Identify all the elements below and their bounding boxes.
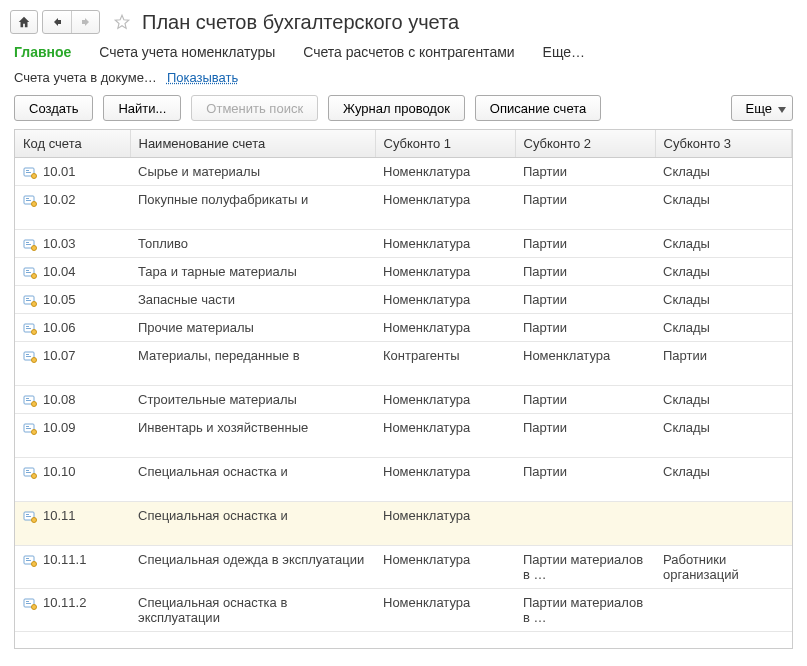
cell-sub2: Партии материалов в …: [523, 595, 643, 625]
account-icon: [23, 421, 37, 435]
table-row[interactable]: 10.06Прочие материалыНоменклатураПартииС…: [15, 314, 792, 342]
more-button-label: Еще: [746, 101, 772, 116]
chevron-down-icon: [778, 101, 786, 116]
create-button[interactable]: Создать: [14, 95, 93, 121]
col-sub3[interactable]: Субконто 3: [655, 130, 792, 158]
cell-sub1: Номенклатура: [383, 464, 470, 479]
cell-name: Строительные материалы: [138, 392, 297, 407]
table-row[interactable]: 10.10Специальная оснастка иНоменклатураП…: [15, 458, 792, 502]
table-row[interactable]: 10.01Сырье и материалыНоменклатураПартии…: [15, 158, 792, 186]
cell-sub3: Склады: [663, 292, 710, 307]
cell-sub1: Номенклатура: [383, 164, 470, 179]
cell-sub3: Партии: [663, 348, 707, 363]
svg-rect-2: [26, 172, 31, 173]
svg-rect-41: [26, 514, 29, 515]
svg-rect-38: [26, 472, 31, 473]
table-row[interactable]: 10.11.2Специальная оснастка в эксплуатац…: [15, 589, 792, 632]
cell-name: Запасные части: [138, 292, 235, 307]
tab-contractors[interactable]: Счета расчетов с контрагентами: [303, 44, 514, 60]
cell-name: Топливо: [138, 236, 188, 251]
cell-sub1: Номенклатура: [383, 320, 470, 335]
cell-code: 10.06: [43, 320, 76, 335]
table-row[interactable]: 10.03ТопливоНоменклатураПартииСклады: [15, 230, 792, 258]
svg-rect-1: [26, 170, 29, 171]
col-name[interactable]: Наименование счета: [130, 130, 375, 158]
svg-rect-14: [26, 272, 31, 273]
col-sub2[interactable]: Субконто 2: [515, 130, 655, 158]
back-button[interactable]: [43, 11, 71, 33]
cell-sub1: Номенклатура: [383, 595, 470, 610]
table-row[interactable]: 10.11Специальная оснастка иНоменклатура: [15, 502, 792, 546]
home-button[interactable]: [10, 10, 38, 34]
tab-nomenclature[interactable]: Счета учета номенклатуры: [99, 44, 275, 60]
cell-name: Тара и тарные материалы: [138, 264, 297, 279]
svg-point-35: [32, 430, 37, 435]
more-button[interactable]: Еще: [731, 95, 793, 121]
account-icon: [23, 165, 37, 179]
cell-name: Инвентарь и хозяйственные: [138, 420, 308, 435]
table-row[interactable]: 10.07Материалы, переданные вКонтрагентыН…: [15, 342, 792, 386]
cell-code: 10.08: [43, 392, 76, 407]
svg-rect-37: [26, 470, 29, 471]
svg-rect-13: [26, 270, 29, 271]
cell-sub2: Партии: [523, 164, 567, 179]
svg-rect-17: [26, 298, 29, 299]
account-icon: [23, 293, 37, 307]
arrow-right-icon: [80, 16, 92, 28]
toolbar: Создать Найти... Отменить поиск Журнал п…: [8, 95, 799, 129]
page-title: План счетов бухгалтерского учета: [142, 11, 459, 34]
svg-point-39: [32, 474, 37, 479]
tab-more[interactable]: Еще…: [543, 44, 586, 60]
cell-sub1: Контрагенты: [383, 348, 460, 363]
table-row[interactable]: 10.05Запасные частиНоменклатураПартииСкл…: [15, 286, 792, 314]
cell-name: Покупные полуфабрикаты и: [138, 192, 308, 207]
account-icon: [23, 237, 37, 251]
svg-rect-26: [26, 356, 31, 357]
svg-rect-21: [26, 326, 29, 327]
filter-label: Счета учета в докуме…: [14, 70, 157, 85]
forward-button[interactable]: [71, 11, 99, 33]
find-button[interactable]: Найти...: [103, 95, 181, 121]
svg-point-3: [32, 174, 37, 179]
cell-code: 10.07: [43, 348, 76, 363]
cell-sub1: Номенклатура: [383, 508, 470, 523]
cell-sub1: Номенклатура: [383, 392, 470, 407]
svg-rect-25: [26, 354, 29, 355]
col-sub1[interactable]: Субконто 1: [375, 130, 515, 158]
svg-rect-10: [26, 244, 31, 245]
svg-rect-46: [26, 560, 31, 561]
table-row[interactable]: 10.02Покупные полуфабрикаты иНоменклатур…: [15, 186, 792, 230]
cell-sub1: Номенклатура: [383, 264, 470, 279]
svg-rect-22: [26, 328, 31, 329]
accounts-table-wrap[interactable]: Код счета Наименование счета Субконто 1 …: [14, 129, 793, 649]
svg-rect-33: [26, 426, 29, 427]
accounts-table: Код счета Наименование счета Субконто 1 …: [15, 130, 792, 632]
table-row[interactable]: 10.09Инвентарь и хозяйственныеНоменклату…: [15, 414, 792, 458]
svg-rect-45: [26, 558, 29, 559]
favorite-button[interactable]: [110, 10, 134, 34]
cancel-search-button: Отменить поиск: [191, 95, 318, 121]
table-row[interactable]: 10.08Строительные материалыНоменклатураП…: [15, 386, 792, 414]
table-row[interactable]: 10.04Тара и тарные материалыНоменклатура…: [15, 258, 792, 286]
tab-main[interactable]: Главное: [14, 44, 71, 60]
account-icon: [23, 596, 37, 610]
description-button[interactable]: Описание счета: [475, 95, 601, 121]
tabs: Главное Счета учета номенклатуры Счета р…: [8, 40, 799, 68]
home-icon: [17, 15, 31, 29]
cell-sub2: Партии: [523, 192, 567, 207]
cell-sub2: Партии: [523, 392, 567, 407]
journal-button[interactable]: Журнал проводок: [328, 95, 465, 121]
cell-code: 10.11.2: [43, 595, 86, 610]
cell-sub1: Номенклатура: [383, 292, 470, 307]
cell-code: 10.11.1: [43, 552, 86, 567]
table-row[interactable]: 10.11.1Специальная одежда в эксплуатации…: [15, 546, 792, 589]
svg-point-47: [32, 562, 37, 567]
svg-point-43: [32, 518, 37, 523]
col-code[interactable]: Код счета: [15, 130, 130, 158]
cell-code: 10.02: [43, 192, 76, 207]
filter-link[interactable]: Показывать: [167, 70, 238, 85]
cell-sub1: Номенклатура: [383, 552, 470, 567]
cell-code: 10.10: [43, 464, 76, 479]
cell-sub2: Партии: [523, 320, 567, 335]
cell-sub2: Номенклатура: [523, 348, 610, 363]
